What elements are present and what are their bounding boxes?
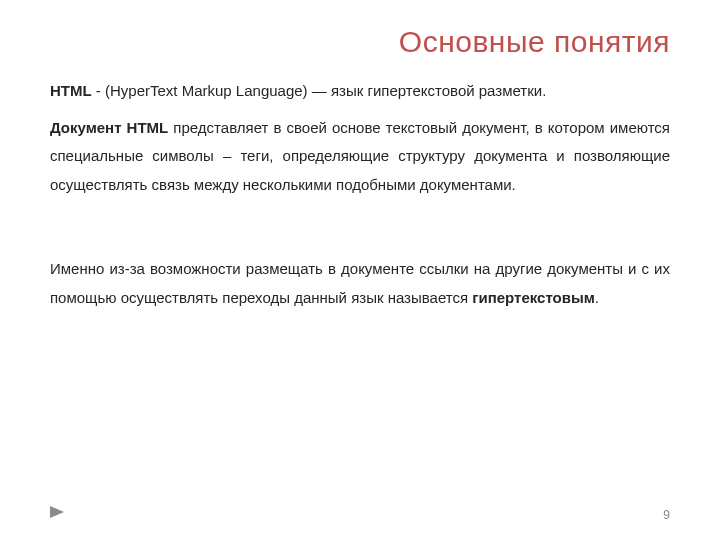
slide: Основные понятия HTML - (HyperText Marku… (0, 0, 720, 540)
term-document-html: Документ HTML (50, 119, 168, 136)
slide-title: Основные понятия (50, 25, 670, 59)
paragraph-1: HTML - (HyperText Markup Language) — язы… (50, 77, 670, 106)
slide-footer: 9 (50, 506, 670, 522)
para1-text: - (HyperText Markup Language) — язык гип… (92, 82, 547, 99)
paragraph-2: Документ HTML представляет в своей основ… (50, 114, 670, 200)
term-hypertext: гипертекстовым (472, 289, 595, 306)
next-arrow-icon (50, 504, 64, 522)
slide-content: HTML - (HyperText Markup Language) — язы… (50, 77, 670, 312)
page-number: 9 (663, 508, 670, 522)
svg-marker-0 (50, 506, 64, 518)
para3-post: . (595, 289, 599, 306)
term-html: HTML (50, 82, 92, 99)
spacer (50, 207, 670, 255)
paragraph-3: Именно из-за возможности размещать в док… (50, 255, 670, 312)
